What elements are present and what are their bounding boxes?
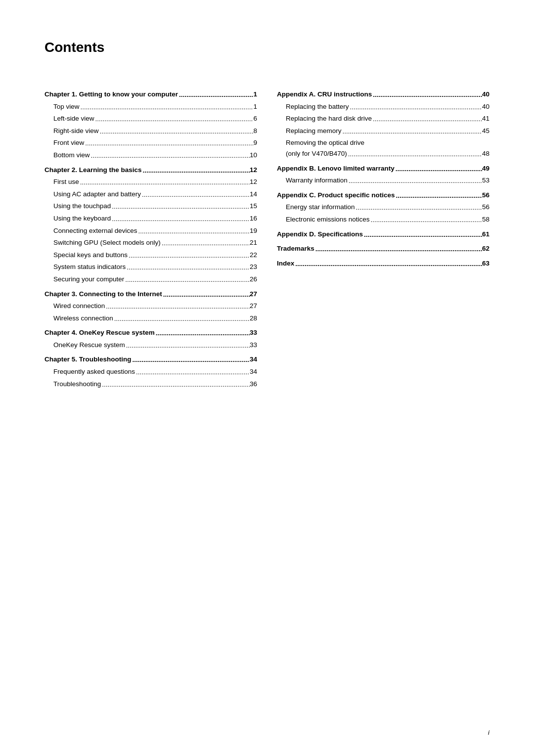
toc-entry: Trademarks..............................… [277, 243, 490, 254]
toc-page-number: 15 [250, 201, 257, 212]
toc-page-number: 48 [482, 148, 490, 159]
toc-dot-leader: ........................................… [348, 176, 482, 186]
toc-entry: Chapter 2. Learning the basics..........… [44, 165, 257, 176]
toc-entry-text: Electronic emissions notices [286, 214, 370, 225]
toc-page-number: 62 [482, 243, 490, 254]
toc-entry: Using AC adapter and battery............… [44, 189, 257, 200]
toc-entry-text: Using AC adapter and battery [53, 189, 141, 200]
toc-entry: Using the keyboard......................… [44, 213, 257, 224]
toc-entry: Switching GPU (Select models only)......… [44, 237, 257, 248]
toc-entry: Replacing the hard disk drive...........… [277, 113, 490, 124]
toc-dot-leader: ........................................… [355, 202, 482, 213]
toc-entry: Appendix C. Product specific notices....… [277, 190, 490, 201]
toc-dot-leader: ........................................… [125, 340, 250, 351]
toc-entry-text: Using the touchpad [53, 201, 111, 212]
toc-page-number: 21 [250, 237, 257, 248]
toc-entry: Top view................................… [44, 101, 257, 112]
toc-dot-leader: ........................................… [370, 215, 482, 225]
toc-dot-leader: ........................................… [349, 102, 482, 113]
toc-dot-leader: ........................................… [137, 226, 250, 237]
toc-entry: Bottom view.............................… [44, 150, 257, 161]
toc-dot-leader: ........................................… [94, 114, 254, 125]
toc-dot-leader: ........................................… [111, 214, 250, 224]
toc-page-number: 40 [482, 101, 490, 112]
toc-entry: Replacing memory........................… [277, 126, 490, 136]
toc-entry: First use...............................… [44, 177, 257, 187]
toc-entry: Right-side view.........................… [44, 126, 257, 136]
toc-entry-text: Replacing the hard disk drive [286, 113, 372, 124]
toc-page-number: 40 [482, 89, 490, 100]
toc-page-number: 12 [250, 165, 257, 176]
toc-dot-leader: ........................................… [342, 126, 482, 137]
toc-entry-text: OneKey Rescue system [53, 340, 125, 351]
toc-page-number: 22 [250, 250, 257, 261]
toc-entry: Appendix D. Specifications..............… [277, 229, 490, 240]
toc-dot-leader: ........................................… [395, 190, 482, 201]
toc-entry-text: Chapter 1. Getting to know your computer [44, 89, 178, 100]
toc-entry-text: Chapter 5. Troubleshooting [44, 354, 132, 365]
toc-page-number: 33 [250, 340, 257, 351]
toc-page-number: 45 [482, 126, 490, 136]
toc-dot-leader: ........................................… [294, 259, 482, 269]
toc-page-number: 34 [250, 354, 257, 365]
toc-dot-leader: ........................................… [372, 89, 482, 100]
toc-entry-text: Index [277, 258, 294, 269]
toc-container: Chapter 1. Getting to know your computer… [44, 85, 490, 391]
toc-page-number: 6 [253, 113, 257, 124]
toc-entry: Chapter 5. Troubleshooting..............… [44, 354, 257, 365]
toc-entry: Wired connection........................… [44, 301, 257, 311]
toc-entry-text: Frequently asked questions [53, 366, 135, 377]
toc-entry-text: Special keys and buttons [53, 250, 128, 261]
toc-entry: Appendix A. CRU instructions............… [277, 89, 490, 100]
toc-entry-text: Troubleshooting [53, 379, 101, 390]
toc-entry-text: Appendix D. Specifications [277, 229, 363, 240]
toc-entry-text: Replacing memory [286, 126, 342, 136]
toc-entry: Special keys and buttons................… [44, 250, 257, 261]
toc-entry: Chapter 4. OneKey Rescue system.........… [44, 327, 257, 338]
toc-entry: Replacing the battery...................… [277, 101, 490, 112]
toc-dot-leader: ........................................… [111, 201, 250, 212]
toc-page-number: 41 [482, 113, 490, 124]
toc-page-number: 56 [482, 202, 490, 213]
toc-page-number: 27 [250, 289, 257, 300]
toc-page-number: 1 [253, 89, 257, 100]
toc-entry: Index...................................… [277, 258, 490, 269]
toc-page-number: 56 [482, 190, 490, 201]
toc-dot-leader: ........................................… [84, 138, 253, 149]
toc-entry: Removing the optical drive [277, 137, 490, 148]
toc-page-number: 53 [482, 175, 490, 186]
toc-entry: Chapter 3. Connecting to the Internet...… [44, 289, 257, 300]
toc-entry-text: Appendix A. CRU instructions [277, 89, 372, 100]
toc-entry-text: Bottom view [53, 150, 90, 161]
toc-dot-leader: ........................................… [155, 328, 250, 339]
toc-dot-leader: ........................................… [314, 244, 482, 255]
toc-entry: Chapter 1. Getting to know your computer… [44, 89, 257, 100]
toc-page-number: 33 [250, 327, 257, 338]
toc-entry-text: Appendix B. Lenovo limited warranty [277, 163, 395, 174]
toc-entry-text: Using the keyboard [53, 213, 111, 224]
toc-entry-text: System status indicators [53, 262, 126, 272]
toc-page-number: 63 [482, 258, 490, 269]
toc-page-number: 23 [250, 262, 257, 272]
toc-entry-text: Appendix C. Product specific notices [277, 190, 395, 201]
toc-entry-text: Switching GPU (Select models only) [53, 237, 161, 248]
toc-dot-leader: ........................................… [347, 149, 482, 160]
toc-entry-text: Warranty information [286, 175, 348, 186]
toc-entry: Front view..............................… [44, 137, 257, 148]
toc-entry: Wireless connection.....................… [44, 313, 257, 324]
toc-page-number: 27 [250, 301, 257, 311]
toc-entry: Frequently asked questions..............… [44, 366, 257, 377]
toc-entry-text: Wireless connection [53, 313, 113, 324]
toc-entry-text: Front view [53, 137, 84, 148]
toc-dot-leader: ........................................… [101, 379, 250, 390]
toc-entry: Securing your computer..................… [44, 274, 257, 285]
toc-entry: Energy star information.................… [277, 202, 490, 213]
toc-right-column: Appendix A. CRU instructions............… [277, 85, 490, 391]
toc-entry-text: Wired connection [53, 301, 105, 311]
toc-page-number: 49 [482, 163, 490, 174]
toc-entry-text: Chapter 4. OneKey Rescue system [44, 327, 155, 338]
toc-dot-leader: ........................................… [142, 165, 250, 176]
toc-entry: Left-side view..........................… [44, 113, 257, 124]
toc-page-number: 61 [482, 229, 490, 240]
toc-dot-leader: ........................................… [113, 313, 250, 324]
